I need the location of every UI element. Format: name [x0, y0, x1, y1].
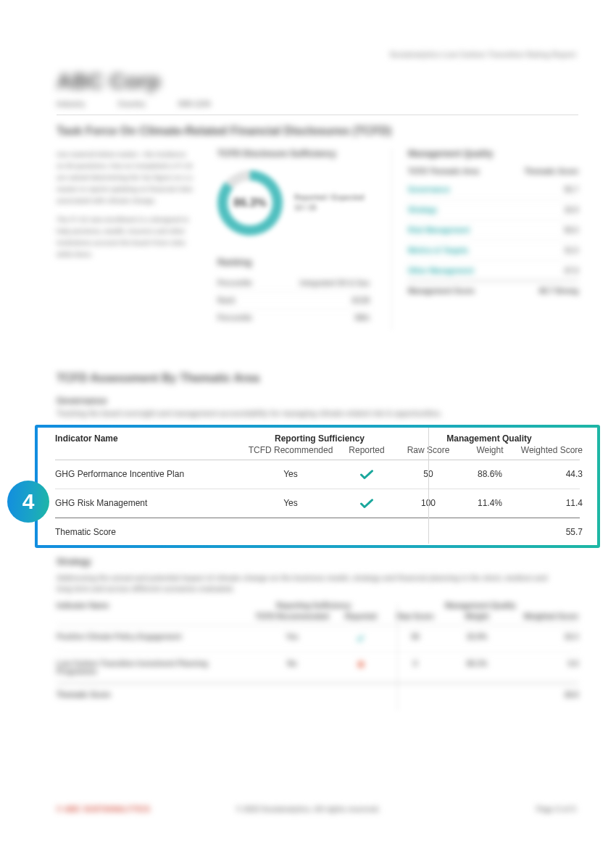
disclosure-sufficiency-title: TCFD Disclosure Sufficiency: [217, 149, 370, 159]
cross-icon: ✖: [357, 660, 365, 670]
st-header-sub: TCFD Recommended Reported Raw Score Weig…: [57, 612, 578, 626]
cell-recommended: Yes: [244, 498, 338, 508]
management-quality-block: Management Quality TCFD Thematic Area Th…: [408, 149, 578, 295]
indicator-name: GHG Performance Incentive Plan: [55, 469, 244, 479]
section-tcfd-intro: Use material below matter––the Guidance …: [57, 149, 194, 267]
table-row: GHG Performance Incentive Plan Yes 50 88…: [55, 460, 580, 489]
strategy-desc: Addressing the actual and potential impa…: [57, 573, 564, 594]
mq-row: Governance55.7: [408, 180, 578, 200]
section-thematic-title: TCFD Assessment By Thematic Area: [57, 372, 259, 385]
callout-badge-4: 4: [7, 481, 49, 523]
highlight-frame: Indicator Name Reporting Sufficiency Man…: [35, 425, 600, 548]
meta-industry: Industry: [57, 100, 85, 108]
checkmark-icon: [360, 470, 373, 480]
footer-copyright: © 2023 Sustainalytics. All rights reserv…: [236, 805, 380, 813]
intro-para-1: Use material below matter––the Guidance …: [57, 149, 194, 207]
mq-row: Strategy16.9: [408, 200, 578, 220]
col-weighted-score: Weighted Score: [519, 445, 583, 455]
table-header-top: Indicator Name Reporting Sufficiency Man…: [55, 433, 580, 444]
ranking-title: Ranking: [217, 257, 370, 267]
strategy-label: Strategy: [57, 557, 91, 567]
donut-label-1: Reported / Expected: [294, 193, 365, 203]
ranking-table: PercentileIntegrated Oil & Gas Rank4/138…: [217, 275, 370, 326]
meta-isin: ISIN 1234: [178, 100, 210, 108]
mq-row: Other Management47.9: [408, 261, 578, 281]
cell-reported: [338, 498, 396, 509]
st-row: Positive Climate Policy Engagement Yes ✔…: [57, 626, 578, 652]
thematic-score-label: Thematic Score: [55, 527, 244, 537]
cell-recommended: Yes: [244, 469, 338, 479]
thematic-score-value: 55.7: [519, 527, 583, 537]
company-meta: Industry Country ISIN 1234: [57, 100, 210, 108]
governance-table: Indicator Name Reporting Sufficiency Man…: [38, 428, 597, 537]
donut-chart-wrap: 86.3% Reported / Expected 13 / 15: [217, 170, 370, 236]
cell-weighted-score: 44.3: [519, 469, 583, 479]
mq-row: Metrics & Targets31.5: [408, 241, 578, 261]
table-vertical-divider: [428, 428, 429, 544]
table-row: GHG Risk Management Yes 100 11.4% 11.4: [55, 489, 580, 518]
cell-weight: 11.4%: [461, 498, 519, 508]
cell-reported: [338, 469, 396, 480]
col-group-management: Management Quality: [396, 433, 583, 444]
cell-weight: 88.6%: [461, 469, 519, 479]
governance-label: Governance: [57, 396, 107, 406]
checkmark-icon: [360, 499, 373, 509]
col-weight: Weight: [461, 445, 519, 455]
indicator-name: GHG Risk Management: [55, 498, 244, 508]
st-vertical-divider: [397, 603, 398, 710]
governance-desc: Tracking the board oversight and managem…: [57, 410, 491, 418]
vertical-divider: [391, 149, 392, 330]
mq-row: Risk Management50.5: [408, 220, 578, 241]
disclosure-sufficiency-block: TCFD Disclosure Sufficiency 86.3% Report…: [217, 149, 370, 326]
col-tcfd-recommended: TCFD Recommended: [244, 445, 338, 455]
col-group-reporting: Reporting Sufficiency: [244, 433, 396, 444]
st-header-top: Indicator Name Reporting Sufficiency Man…: [57, 602, 578, 610]
ranking-row: Rank4/138: [217, 292, 370, 310]
management-quality-title: Management Quality: [408, 149, 578, 159]
donut-percent: 86.3%: [233, 196, 266, 209]
ranking-row: Percentile98th: [217, 310, 370, 326]
mq-total: Management Score40.7 Strong: [408, 281, 578, 295]
meta-divider: [57, 115, 578, 115]
table-footer: Thematic Score 55.7: [55, 518, 580, 537]
st-footer: Thematic Score 16.0: [57, 684, 578, 699]
donut-chart: 86.3%: [217, 170, 283, 236]
col-reported: Reported: [338, 445, 396, 455]
ranking-row: PercentileIntegrated Oil & Gas: [217, 275, 370, 292]
meta-country: Country: [117, 100, 145, 108]
intro-para-2: The FY 2X new enrollment is a designed t…: [57, 214, 194, 260]
company-name: ABC Corp: [57, 69, 160, 94]
cell-weighted-score: 11.4: [519, 498, 583, 508]
footer-page: Page X of X: [536, 805, 576, 813]
strategy-table: Indicator Name Reporting Sufficiency Man…: [57, 602, 578, 699]
donut-labels: Reported / Expected 13 / 15: [294, 193, 365, 213]
doc-header-right: Sustainalytics Low Carbon Transition Rat…: [390, 51, 576, 59]
table-header-sub: TCFD Recommended Reported Raw Score Weig…: [55, 445, 580, 460]
checkmark-icon: ✔: [357, 633, 365, 644]
mq-header: TCFD Thematic Area Thematic Score: [408, 167, 578, 175]
section-tcfd-title: Task Force On Climate-Related Financial …: [57, 125, 391, 138]
mq-rows: Governance55.7 Strategy16.9 Risk Managem…: [408, 180, 578, 295]
col-indicator: Indicator Name: [55, 433, 244, 444]
footer-brand: © ABC SUSTAINALYTICS: [57, 805, 150, 813]
donut-label-2: 13 / 15: [294, 203, 365, 213]
st-row: Low Carbon Transition Investment Plannin…: [57, 652, 578, 684]
